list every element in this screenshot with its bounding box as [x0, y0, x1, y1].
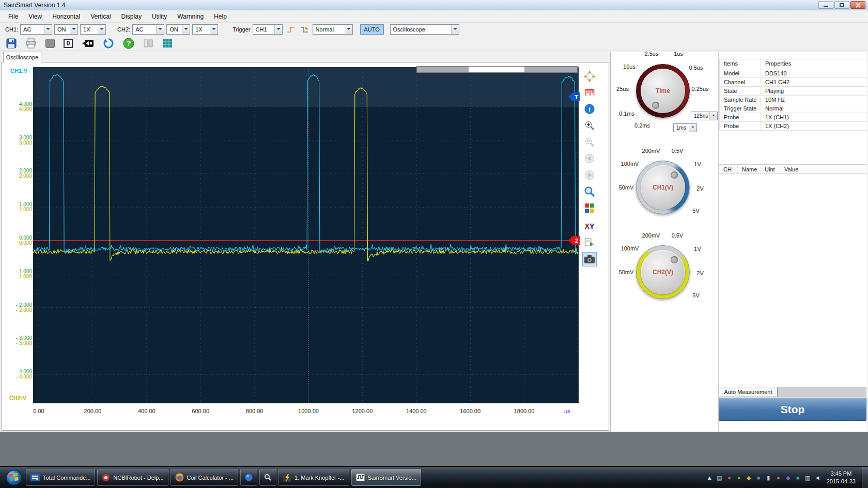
taskbar-item-total-commander[interactable]: Total Commande... [26, 469, 95, 486]
taskbar-item-sainsmart[interactable]: SainSmart Versio... [351, 469, 421, 486]
clock-date: 2015-04-23 [827, 478, 856, 485]
property-row: ModelDDS140 [720, 69, 866, 78]
search-zoom-button[interactable] [582, 184, 597, 199]
xy-icon: X [585, 222, 590, 230]
scope-scrollbar-thumb[interactable] [469, 67, 524, 72]
menu-utility[interactable]: Utility [147, 11, 172, 22]
taskbar-item-ncbi[interactable]: NCBIRobot - Delp... [97, 469, 168, 486]
ch1-knob-tick: 0.5V [672, 148, 684, 154]
property-name: Probe [720, 113, 761, 121]
tray-app-2-icon[interactable]: ● [725, 474, 733, 482]
ch2-volts-knob[interactable]: CH2(V) [641, 250, 685, 294]
refresh-button[interactable] [103, 38, 114, 49]
ch1-probe-select[interactable]: 1X [80, 24, 106, 35]
scope-x-label: 0.00 [22, 408, 55, 414]
property-row: Probe1X (CH1) [720, 113, 866, 122]
columns-icon [143, 39, 153, 48]
record-button[interactable] [82, 39, 94, 48]
measure-col-name: Name [738, 165, 761, 174]
grid-view-button[interactable] [162, 39, 173, 48]
chevron-down-icon [70, 25, 78, 34]
zero-counter-badge[interactable]: 0 [64, 39, 73, 48]
fit-screen-button[interactable] [582, 69, 597, 84]
ch1-coupling-select[interactable]: AC [20, 24, 52, 35]
display-dim-button[interactable] [45, 39, 55, 48]
trigger-source-select[interactable]: CH1 [253, 24, 283, 35]
ch2-probe-select[interactable]: 1X [192, 24, 218, 35]
scope-y-label-ch2: 4.000 [7, 107, 32, 112]
next-view-button[interactable] [582, 168, 597, 182]
scope-x-label: 1800.00 [508, 408, 541, 414]
device-mode-select[interactable]: Oscilloscope [390, 24, 459, 35]
tray-app-5-icon[interactable]: ■ [755, 474, 763, 482]
menu-view[interactable]: View [23, 11, 47, 22]
tray-app-8-icon[interactable]: ◆ [784, 474, 792, 482]
menu-warnning[interactable]: Warnning [172, 11, 209, 22]
maximize-button[interactable] [834, 1, 849, 9]
previous-view-button[interactable] [582, 151, 597, 166]
help-button[interactable]: ? [123, 38, 134, 49]
tray-app-9-icon[interactable]: ■ [794, 474, 802, 482]
ch1-onoff-select[interactable]: ON [54, 24, 78, 35]
trigger-mode-select[interactable]: Normal [313, 24, 353, 35]
tab-oscilloscope[interactable]: Oscilloscope [3, 52, 41, 62]
color-settings-button[interactable] [582, 201, 597, 215]
total-commander-icon [30, 474, 40, 482]
export-data-button[interactable] [582, 235, 597, 250]
menu-display[interactable]: Display [116, 11, 147, 22]
property-name: Sample Rate [720, 96, 761, 104]
scope-scrollbar[interactable] [416, 66, 578, 73]
time-knob[interactable]: Time [641, 69, 685, 113]
taskbar-clock[interactable]: 3:45 PM 2015-04-23 [827, 470, 856, 485]
zoom-in-button[interactable] [582, 118, 597, 133]
start-button[interactable] [4, 468, 24, 487]
tray-app-3-icon[interactable]: ● [735, 474, 743, 482]
zoom-out-button[interactable] [582, 135, 597, 149]
show-desktop-button[interactable] [862, 467, 868, 488]
ch2-onoff-select[interactable]: ON [166, 24, 190, 35]
tray-app-6-icon[interactable]: ▮ [765, 474, 772, 482]
arrow-left-icon [584, 153, 595, 164]
taskbar-item-label: Total Commande... [43, 475, 90, 481]
cursor-measure-button[interactable] [582, 86, 597, 100]
taskbar-item-blue-app[interactable] [240, 469, 257, 486]
tray-app-4-icon[interactable]: ◆ [745, 474, 753, 482]
scope-x-label: 600.00 [184, 408, 217, 414]
menu-horizontal[interactable]: Horizontal [47, 11, 85, 22]
ch2-coupling-select[interactable]: AC [132, 24, 164, 35]
screenshot-button[interactable] [582, 252, 597, 266]
channel-trigger-toolbar: CH1: AC ON 1X CH2: AC ON 1X Trigger CH1 … [0, 23, 868, 36]
minimize-button[interactable] [818, 1, 833, 9]
menu-vertical[interactable]: Vertical [85, 11, 116, 22]
taskbar-item-winamp[interactable]: 1. Mark Knopfler -... [278, 469, 349, 486]
tray-app-7-icon[interactable]: ● [774, 474, 782, 482]
trigger-rising-edge-button[interactable] [285, 24, 297, 35]
timebase-fine-select[interactable]: 125ns [691, 112, 718, 120]
tray-app-1-icon[interactable]: ▤ [716, 474, 723, 482]
stop-button[interactable]: Stop [719, 398, 866, 421]
trigger-source-value: CH1 [256, 26, 267, 33]
ch1-probe-value: 1X [83, 26, 90, 33]
xy-mode-button[interactable]: XY [582, 219, 597, 233]
tray-network-icon[interactable]: ▥ [804, 474, 812, 482]
auto-measurement-tab[interactable]: Auto Measurement [719, 387, 778, 397]
info-button[interactable]: i [582, 102, 597, 116]
title-bar[interactable]: SainSmart Version 1.4 [0, 0, 868, 10]
timebase-select[interactable]: 1ms [673, 123, 697, 132]
save-button[interactable] [6, 38, 17, 49]
print-button[interactable] [25, 38, 37, 49]
menu-help[interactable]: Help [209, 11, 232, 22]
taskbar-item-firefox[interactable]: Coil Calculator - ... [171, 469, 238, 486]
columns-view-button[interactable] [143, 39, 153, 48]
auto-button[interactable]: AUTO [360, 24, 384, 35]
trigger-falling-edge-button[interactable] [298, 24, 311, 35]
taskbar-item-tool[interactable] [259, 469, 276, 486]
ncbi-icon [102, 474, 110, 482]
close-button[interactable] [850, 1, 865, 9]
menu-file[interactable]: File [3, 11, 23, 22]
tray-volume-icon[interactable]: ◄ [814, 474, 822, 482]
tray-show-hidden-icon[interactable]: ▲ [706, 474, 714, 482]
ch1-volts-knob[interactable]: CH1(V) [641, 165, 685, 210]
oscilloscope-display[interactable] [33, 67, 579, 403]
export-icon [584, 238, 595, 248]
